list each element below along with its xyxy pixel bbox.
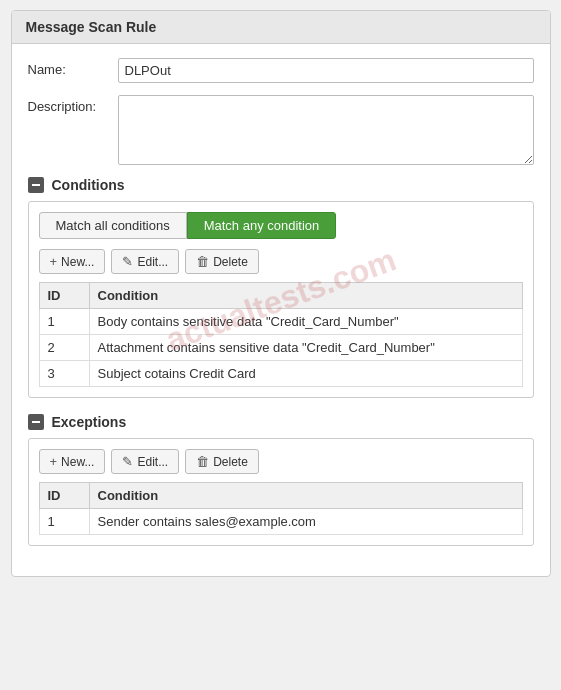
exceptions-col-condition: Condition (89, 483, 522, 509)
exceptions-row-id: 1 (39, 509, 89, 535)
conditions-table-header: ID Condition (39, 283, 522, 309)
exceptions-edit-button[interactable]: ✎ Edit... (111, 449, 179, 474)
conditions-row-condition: Subject cotains Credit Card (89, 361, 522, 387)
description-input[interactable] (118, 95, 534, 165)
exceptions-table-header: ID Condition (39, 483, 522, 509)
conditions-new-button[interactable]: + New... (39, 249, 106, 274)
conditions-toolbar: + New... ✎ Edit... 🗑 Delete (39, 249, 523, 274)
exceptions-row-condition: Sender contains sales@example.com (89, 509, 522, 535)
conditions-title: Conditions (52, 177, 125, 193)
message-scan-rule-panel: Message Scan Rule Name: Description: Con… (11, 10, 551, 577)
conditions-tabs: Match all conditions Match any condition (39, 212, 523, 239)
conditions-box: actualtests.com Match all conditions Mat… (28, 201, 534, 398)
edit-icon: ✎ (122, 254, 133, 269)
conditions-section: Conditions actualtests.com Match all con… (28, 177, 534, 398)
tab-match-all[interactable]: Match all conditions (39, 212, 187, 239)
conditions-row-condition: Attachment contains sensitive data "Cred… (89, 335, 522, 361)
table-row: 1Sender contains sales@example.com (39, 509, 522, 535)
exceptions-table: ID Condition 1Sender contains sales@exam… (39, 482, 523, 535)
exceptions-header: Exceptions (28, 414, 534, 430)
conditions-header: Conditions (28, 177, 534, 193)
exceptions-new-button[interactable]: + New... (39, 449, 106, 474)
exceptions-delete-button[interactable]: 🗑 Delete (185, 449, 259, 474)
description-field-row: Description: (28, 95, 534, 165)
exceptions-new-label: New... (61, 455, 94, 469)
trash-icon-exc: 🗑 (196, 454, 209, 469)
conditions-toggle-icon[interactable] (28, 177, 44, 193)
table-row: 2Attachment contains sensitive data "Cre… (39, 335, 522, 361)
trash-icon: 🗑 (196, 254, 209, 269)
conditions-row-id: 3 (39, 361, 89, 387)
exceptions-col-id: ID (39, 483, 89, 509)
tab-match-any[interactable]: Match any condition (187, 212, 337, 239)
conditions-col-id: ID (39, 283, 89, 309)
exceptions-section: Exceptions + New... ✎ Edit... 🗑 Delete (28, 414, 534, 546)
exceptions-box: + New... ✎ Edit... 🗑 Delete (28, 438, 534, 546)
conditions-delete-button[interactable]: 🗑 Delete (185, 249, 259, 274)
table-row: 3Subject cotains Credit Card (39, 361, 522, 387)
name-input[interactable] (118, 58, 534, 83)
exceptions-toolbar: + New... ✎ Edit... 🗑 Delete (39, 449, 523, 474)
exceptions-edit-label: Edit... (137, 455, 168, 469)
conditions-row-id: 2 (39, 335, 89, 361)
conditions-new-label: New... (61, 255, 94, 269)
plus-icon-exc: + (50, 454, 58, 469)
description-label: Description: (28, 95, 118, 114)
conditions-row-id: 1 (39, 309, 89, 335)
name-field-row: Name: (28, 58, 534, 83)
table-row: 1Body contains sensitive data "Credit_Ca… (39, 309, 522, 335)
conditions-edit-label: Edit... (137, 255, 168, 269)
exceptions-title: Exceptions (52, 414, 127, 430)
edit-icon-exc: ✎ (122, 454, 133, 469)
name-label: Name: (28, 58, 118, 77)
conditions-col-condition: Condition (89, 283, 522, 309)
panel-title: Message Scan Rule (12, 11, 550, 44)
conditions-delete-label: Delete (213, 255, 248, 269)
conditions-row-condition: Body contains sensitive data "Credit_Car… (89, 309, 522, 335)
conditions-table: ID Condition 1Body contains sensitive da… (39, 282, 523, 387)
exceptions-delete-label: Delete (213, 455, 248, 469)
conditions-edit-button[interactable]: ✎ Edit... (111, 249, 179, 274)
exceptions-toggle-icon[interactable] (28, 414, 44, 430)
plus-icon: + (50, 254, 58, 269)
